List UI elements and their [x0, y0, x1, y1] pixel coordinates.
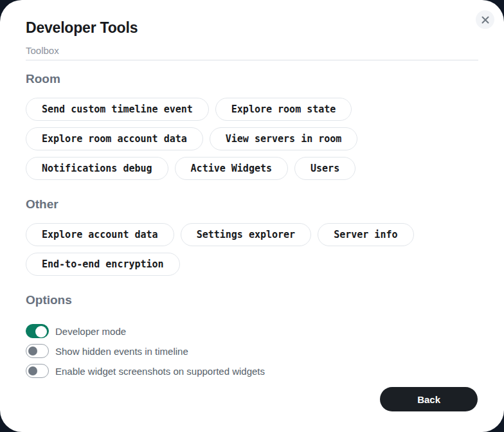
button-send-custom-timeline-event[interactable]: Send custom timeline event — [26, 98, 209, 121]
option-row-show-hidden-events: Show hidden events in timeline — [26, 344, 478, 358]
back-button[interactable]: Back — [380, 387, 478, 411]
dialog-subtitle: Toolbox — [26, 45, 478, 60]
other-button-group: Explore account data Settings explorer S… — [26, 223, 478, 276]
close-button[interactable] — [476, 10, 494, 29]
dialog-title: Developer Tools — [26, 19, 478, 36]
toggle-ball — [28, 346, 37, 356]
button-settings-explorer[interactable]: Settings explorer — [181, 223, 312, 246]
section-heading-other: Other — [26, 197, 478, 212]
button-end-to-end-encryption[interactable]: End-to-end encryption — [26, 253, 180, 276]
dialog-header: Developer Tools Toolbox — [0, 0, 504, 60]
toggle-ball — [28, 366, 37, 375]
dialog-content: Room Send custom timeline event Explore … — [0, 60, 504, 378]
room-button-group: Send custom timeline event Explore room … — [26, 98, 478, 180]
option-row-developer-mode: Developer mode — [26, 324, 478, 338]
option-row-widget-screenshots: Enable widget screenshots on supported w… — [26, 364, 478, 378]
toggle-label-widget-screenshots: Enable widget screenshots on supported w… — [55, 366, 265, 377]
button-active-widgets[interactable]: Active Widgets — [175, 157, 288, 180]
button-view-servers-in-room[interactable]: View servers in room — [210, 127, 358, 150]
button-explore-account-data[interactable]: Explore account data — [26, 223, 174, 246]
section-heading-options: Options — [26, 293, 478, 307]
toggle-ball — [35, 326, 47, 338]
button-notifications-debug[interactable]: Notifications debug — [26, 157, 168, 180]
toggle-developer-mode[interactable] — [26, 324, 49, 338]
button-users[interactable]: Users — [294, 157, 356, 180]
close-icon — [481, 15, 490, 24]
section-heading-room: Room — [26, 72, 478, 86]
dialog-footer: Back — [0, 378, 504, 432]
button-explore-room-account-data[interactable]: Explore room account data — [26, 127, 203, 150]
button-server-info[interactable]: Server info — [318, 223, 413, 246]
developer-tools-dialog: Developer Tools Toolbox Room Send custom… — [0, 0, 504, 432]
toggle-widget-screenshots[interactable] — [26, 364, 49, 378]
button-explore-room-state[interactable]: Explore room state — [215, 98, 352, 121]
toggle-label-developer-mode: Developer mode — [55, 326, 126, 337]
toggle-label-show-hidden-events: Show hidden events in timeline — [55, 346, 188, 357]
toggle-show-hidden-events[interactable] — [26, 344, 49, 358]
